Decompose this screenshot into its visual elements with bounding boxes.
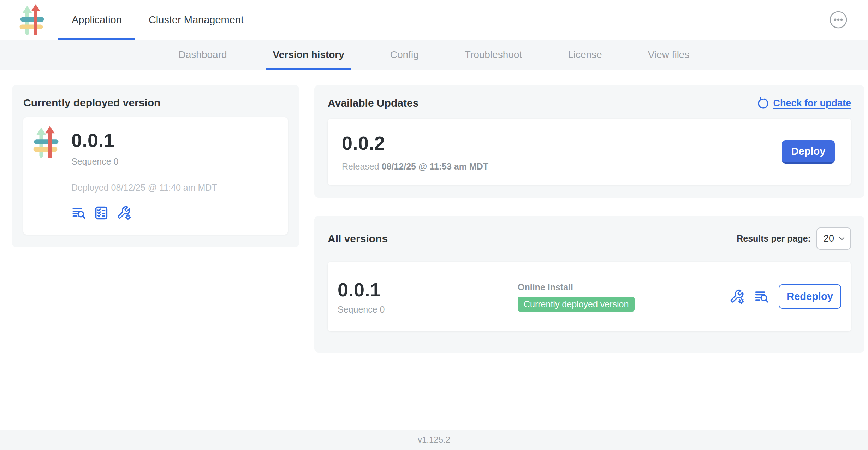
app-icon — [33, 126, 59, 158]
tab-application-label: Application — [72, 14, 122, 26]
row-sequence: Sequence 0 — [338, 304, 518, 315]
results-per-page: Results per page: 20 — [737, 227, 851, 250]
deployed-timestamp: Deployed 08/12/25 @ 11:40 am MDT — [71, 182, 217, 193]
tab-cluster-management-label: Cluster Management — [149, 14, 244, 26]
row-version-number: 0.0.1 — [338, 279, 518, 301]
top-navbar: Application Cluster Management — [0, 0, 868, 40]
app-root: Application Cluster Management Dashboard… — [0, 0, 868, 450]
ellipsis-menu-icon — [829, 11, 848, 29]
redeploy-button[interactable]: Redeploy — [779, 284, 841, 309]
app-logo — [19, 0, 44, 40]
console-version: v1.125.2 — [418, 435, 450, 445]
released-prefix: Released — [342, 161, 379, 171]
results-per-page-value: 20 — [824, 233, 834, 244]
tab-cluster-management[interactable]: Cluster Management — [135, 0, 257, 40]
update-info: 0.0.2 Released08/12/25 @ 11:53 am MDT — [342, 132, 488, 172]
subtab-view-files-label: View files — [648, 49, 690, 60]
deploy-button[interactable]: Deploy — [782, 140, 835, 164]
deployed-sequence: Sequence 0 — [71, 156, 217, 167]
subtab-version-history[interactable]: Version history — [266, 40, 351, 70]
subtab-dashboard-label: Dashboard — [179, 49, 227, 60]
deployed-version-card: 0.0.1 Sequence 0 Deployed 08/12/25 @ 11:… — [23, 117, 288, 235]
subtab-troubleshoot-label: Troubleshoot — [465, 49, 522, 60]
currently-deployed-card: Currently deployed version 0.0.1 Sequenc… — [12, 85, 299, 247]
main-content: Currently deployed version 0.0.1 Sequenc… — [0, 70, 868, 430]
subtab-license[interactable]: License — [561, 40, 609, 70]
all-versions-card: All versions Results per page: 20 0.0. — [314, 216, 864, 353]
right-column: Available Updates Check for update 0.0.2… — [314, 85, 864, 353]
version-row-status: Online Install Currently deployed versio… — [518, 282, 729, 312]
overflow-menu-button[interactable] — [829, 11, 848, 29]
subtab-view-files[interactable]: View files — [641, 40, 697, 70]
app-logo-icon — [19, 4, 44, 35]
subtab-troubleshoot[interactable]: Troubleshoot — [458, 40, 529, 70]
app-subnav: Dashboard Version history Config Trouble… — [0, 40, 868, 70]
version-row-info: 0.0.1 Sequence 0 — [338, 279, 518, 315]
available-updates-title: Available Updates — [328, 97, 418, 109]
subtab-license-label: License — [568, 49, 602, 60]
available-updates-card: Available Updates Check for update 0.0.2… — [314, 85, 864, 198]
update-released-line: Released08/12/25 @ 11:53 am MDT — [342, 161, 488, 172]
install-type: Online Install — [518, 282, 729, 292]
deployed-card-title: Currently deployed version — [23, 97, 288, 109]
tab-application[interactable]: Application — [58, 0, 135, 40]
config-icon[interactable] — [729, 289, 745, 304]
update-version-number: 0.0.2 — [342, 132, 488, 154]
check-for-update-link[interactable]: Check for update — [757, 97, 851, 109]
subtab-version-history-label: Version history — [273, 49, 344, 60]
config-icon[interactable] — [117, 206, 131, 220]
chevron-down-icon — [839, 237, 845, 241]
logs-icon[interactable] — [71, 206, 86, 220]
currently-deployed-badge: Currently deployed version — [518, 297, 635, 312]
deployed-version-number: 0.0.1 — [71, 129, 217, 151]
available-updates-header: Available Updates Check for update — [328, 97, 851, 109]
logs-icon[interactable] — [754, 289, 769, 304]
version-row-actions: Redeploy — [729, 284, 841, 309]
version-row: 0.0.1 Sequence 0 Online Install Currentl… — [328, 262, 851, 331]
results-per-page-label: Results per page: — [737, 233, 811, 244]
update-row: 0.0.2 Released08/12/25 @ 11:53 am MDT De… — [328, 119, 851, 185]
app-footer: v1.125.2 — [0, 430, 868, 450]
results-per-page-select[interactable]: 20 — [816, 227, 851, 250]
deployed-actions — [71, 206, 217, 220]
check-for-update-label: Check for update — [773, 98, 851, 109]
preflight-checks-icon[interactable] — [94, 206, 109, 220]
refresh-icon — [757, 97, 769, 109]
subtab-config-label: Config — [390, 49, 419, 60]
deployed-info: 0.0.1 Sequence 0 Deployed 08/12/25 @ 11:… — [71, 129, 217, 220]
subtab-config[interactable]: Config — [383, 40, 426, 70]
subtab-dashboard[interactable]: Dashboard — [172, 40, 234, 70]
all-versions-title: All versions — [328, 233, 388, 245]
released-timestamp: 08/12/25 @ 11:53 am MDT — [382, 161, 488, 171]
all-versions-header: All versions Results per page: 20 — [328, 227, 851, 250]
